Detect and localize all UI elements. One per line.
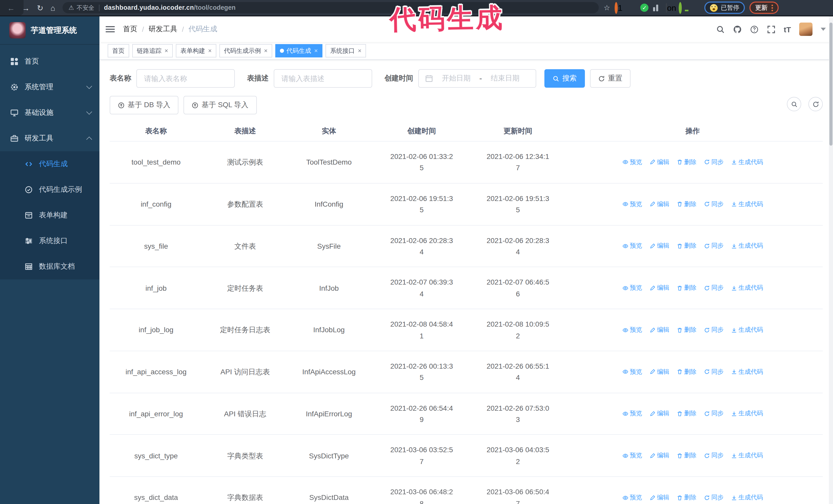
- scrollbar-thumb[interactable]: [829, 23, 832, 146]
- avatar[interactable]: [799, 23, 812, 36]
- delete-link[interactable]: 删除: [676, 325, 696, 335]
- generate-code-link[interactable]: 生成代码: [731, 325, 763, 335]
- preview-link[interactable]: 预览: [622, 493, 642, 502]
- generate-code-link[interactable]: 生成代码: [731, 493, 763, 502]
- profile-paused-chip[interactable]: 已暂停: [704, 2, 745, 14]
- back-icon[interactable]: ←: [7, 4, 15, 11]
- tab[interactable]: 首页: [108, 44, 129, 57]
- extension-check-icon[interactable]: ✓: [640, 4, 648, 12]
- delete-link[interactable]: 删除: [676, 409, 696, 418]
- sidebar-subitem[interactable]: 数据库文档: [0, 254, 99, 280]
- tab-close-icon[interactable]: ×: [208, 47, 212, 54]
- sidebar-item[interactable]: 系统管理: [0, 74, 99, 100]
- delete-link[interactable]: 删除: [676, 158, 696, 167]
- address-bar[interactable]: ⚠ 不安全 dashboard.yudao.iocoder.cn/tool/co…: [62, 2, 598, 13]
- generate-code-link[interactable]: 生成代码: [731, 158, 763, 167]
- help-icon[interactable]: [750, 25, 759, 33]
- delete-link[interactable]: 删除: [676, 493, 696, 502]
- extension-key-icon[interactable]: [679, 4, 687, 12]
- sync-link[interactable]: 同步: [704, 451, 723, 461]
- edit-link[interactable]: 编辑: [649, 367, 669, 377]
- tab[interactable]: 代码生成示例 ×: [219, 44, 272, 57]
- delete-link[interactable]: 删除: [676, 199, 696, 209]
- browser-update-button[interactable]: 更新: [749, 2, 779, 14]
- extension-switch-icon[interactable]: on: [666, 4, 674, 12]
- extension-gem-icon[interactable]: [627, 4, 636, 12]
- edit-link[interactable]: 编辑: [649, 241, 669, 251]
- sync-link[interactable]: 同步: [704, 241, 723, 251]
- edit-link[interactable]: 编辑: [649, 325, 669, 335]
- tab[interactable]: 系统接口 ×: [326, 44, 366, 57]
- preview-link[interactable]: 预览: [622, 199, 642, 209]
- avatar-caret-icon[interactable]: [821, 28, 826, 31]
- sidebar-subitem[interactable]: 代码生成示例: [0, 177, 99, 202]
- preview-link[interactable]: 预览: [622, 283, 642, 293]
- start-date-input[interactable]: 开始日期: [437, 74, 475, 83]
- sidebar-item[interactable]: 研发工具: [0, 126, 99, 151]
- generate-code-link[interactable]: 生成代码: [731, 409, 763, 418]
- sync-link[interactable]: 同步: [704, 325, 723, 335]
- delete-link[interactable]: 删除: [676, 451, 696, 461]
- reset-button[interactable]: 重置: [590, 69, 630, 88]
- breadcrumb-tools[interactable]: 研发工具: [149, 25, 177, 34]
- sidebar-subitem[interactable]: 代码生成: [0, 151, 99, 177]
- sync-link[interactable]: 同步: [704, 367, 723, 377]
- extension-colorzilla-icon[interactable]: 1: [615, 4, 623, 12]
- toggle-search-button[interactable]: [787, 97, 801, 111]
- delete-link[interactable]: 删除: [676, 283, 696, 293]
- forward-icon[interactable]: →: [22, 4, 30, 11]
- fullscreen-icon[interactable]: [767, 25, 776, 33]
- tab[interactable]: 代码生成 ×: [275, 44, 323, 57]
- generate-code-link[interactable]: 生成代码: [731, 367, 763, 377]
- import-sql-button[interactable]: 基于 SQL 导入: [184, 96, 257, 114]
- extensions-puzzle-icon[interactable]: [691, 4, 700, 12]
- preview-link[interactable]: 预览: [622, 367, 642, 377]
- generate-code-link[interactable]: 生成代码: [731, 451, 763, 461]
- github-icon[interactable]: [733, 25, 742, 33]
- tab-close-icon[interactable]: ×: [264, 47, 268, 54]
- edit-link[interactable]: 编辑: [649, 199, 669, 209]
- edit-link[interactable]: 编辑: [649, 451, 669, 461]
- bookmark-star-icon[interactable]: ☆: [603, 4, 610, 12]
- edit-link[interactable]: 编辑: [649, 409, 669, 418]
- preview-link[interactable]: 预览: [622, 451, 642, 461]
- sidebar-subitem[interactable]: 表单构建: [0, 202, 99, 228]
- edit-link[interactable]: 编辑: [649, 493, 669, 502]
- edit-link[interactable]: 编辑: [649, 283, 669, 293]
- reload-icon[interactable]: ↻: [37, 4, 43, 11]
- end-date-input[interactable]: 结束日期: [486, 74, 524, 83]
- breadcrumb-home[interactable]: 首页: [123, 25, 137, 34]
- sync-link[interactable]: 同步: [704, 199, 723, 209]
- font-size-icon[interactable]: tT: [784, 25, 791, 33]
- preview-link[interactable]: 预览: [622, 409, 642, 418]
- tab[interactable]: 表单构建 ×: [176, 44, 216, 57]
- edit-link[interactable]: 编辑: [649, 158, 669, 167]
- app-logo-row[interactable]: 芋道管理系统: [0, 17, 99, 45]
- preview-link[interactable]: 预览: [622, 158, 642, 167]
- delete-link[interactable]: 删除: [676, 241, 696, 251]
- table-desc-input[interactable]: [280, 74, 365, 83]
- import-db-button[interactable]: 基于 DB 导入: [110, 96, 178, 114]
- date-range-picker[interactable]: 开始日期 - 结束日期: [418, 69, 536, 88]
- sidebar-item[interactable]: 基础设施: [0, 100, 99, 126]
- generate-code-link[interactable]: 生成代码: [731, 199, 763, 209]
- home-icon[interactable]: ⌂: [50, 4, 55, 11]
- sync-link[interactable]: 同步: [704, 409, 723, 418]
- table-name-input[interactable]: [143, 74, 228, 83]
- search-icon[interactable]: [716, 25, 725, 33]
- hamburger-icon[interactable]: [105, 25, 115, 34]
- sync-link[interactable]: 同步: [704, 283, 723, 293]
- tab-close-icon[interactable]: ×: [165, 47, 168, 54]
- sidebar-subitem[interactable]: 系统接口: [0, 228, 99, 254]
- preview-link[interactable]: 预览: [622, 241, 642, 251]
- generate-code-link[interactable]: 生成代码: [731, 283, 763, 293]
- extension-stats-icon[interactable]: [653, 4, 661, 12]
- delete-link[interactable]: 删除: [676, 367, 696, 377]
- preview-link[interactable]: 预览: [622, 325, 642, 335]
- refresh-table-button[interactable]: [808, 97, 823, 111]
- generate-code-link[interactable]: 生成代码: [731, 241, 763, 251]
- sidebar-item[interactable]: 首页: [0, 49, 99, 74]
- tab-close-icon[interactable]: ×: [314, 47, 318, 54]
- search-button[interactable]: 搜索: [544, 69, 585, 88]
- scrollbar[interactable]: [829, 17, 833, 504]
